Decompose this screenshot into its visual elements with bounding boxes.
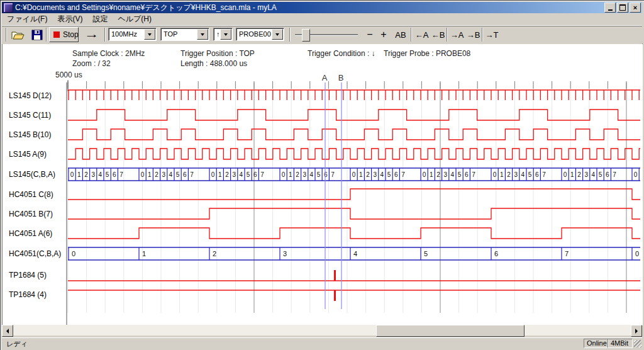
scroll-left-button[interactable] bbox=[2, 325, 13, 337]
channel-label: LS145 C(11) bbox=[9, 110, 51, 120]
menu-bar: ファイル(F) 表示(V) 設定 ヘルプ(H) bbox=[2, 13, 642, 25]
channel-label: LS145 A(9) bbox=[9, 149, 47, 159]
toolbar-separator bbox=[411, 28, 412, 42]
open-file-button[interactable] bbox=[11, 29, 26, 41]
goto-trigger-button[interactable]: →T bbox=[484, 28, 499, 41]
window-title: C:¥Documents and Settings¥noname¥デスクトップ¥… bbox=[15, 3, 604, 13]
stop-button[interactable]: Stop bbox=[49, 27, 79, 42]
close-button[interactable]: × bbox=[630, 3, 641, 13]
menu-help[interactable]: ヘルプ(H) bbox=[113, 13, 157, 26]
channel-label: TP1684 (4) bbox=[9, 290, 47, 300]
status-bar: レディ Online 4MBit bbox=[2, 337, 642, 349]
move-cursor-a-right-button[interactable]: →A bbox=[449, 28, 465, 41]
toolbar-separator bbox=[46, 28, 47, 42]
close-icon: × bbox=[633, 4, 637, 11]
zoom-in-button[interactable]: + bbox=[378, 28, 389, 41]
minimize-button[interactable] bbox=[604, 3, 616, 13]
channel-label: LS145 B(10) bbox=[9, 130, 51, 140]
save-button[interactable] bbox=[30, 29, 45, 41]
chevron-down-icon[interactable] bbox=[197, 29, 208, 40]
channel-label: HC4051(C,B,A) bbox=[9, 249, 61, 259]
chevron-down-icon[interactable] bbox=[272, 29, 283, 40]
minimize-icon bbox=[608, 9, 613, 11]
single-run-button[interactable]: → bbox=[79, 28, 105, 41]
menu-settings[interactable]: 設定 bbox=[87, 13, 113, 26]
scroll-right-button[interactable] bbox=[631, 325, 642, 337]
toolbar-separator bbox=[289, 28, 291, 42]
trigger-probe-combo[interactable]: PROBE00 bbox=[236, 28, 284, 41]
arrow-left-icon bbox=[6, 329, 9, 334]
arrow-right-icon bbox=[635, 329, 638, 334]
channel-label: TP1684 (5) bbox=[9, 270, 47, 280]
app-icon bbox=[3, 3, 13, 13]
channel-label: HC4051 A(6) bbox=[9, 229, 52, 239]
stop-icon bbox=[53, 31, 60, 38]
time-scale-label: 5000 us bbox=[55, 71, 82, 79]
chevron-down-icon[interactable] bbox=[144, 29, 155, 40]
move-cursor-b-right-button[interactable]: →B bbox=[465, 28, 481, 41]
waveform-panel[interactable] bbox=[2, 43, 643, 325]
title-bar: C:¥Documents and Settings¥noname¥デスクトップ¥… bbox=[2, 2, 642, 13]
trigger-position-value: TOP bbox=[164, 30, 197, 38]
stop-label: Stop bbox=[63, 30, 79, 39]
memory-status: 4MBit bbox=[608, 339, 633, 348]
zoom-info: Zoom : / 32 bbox=[72, 59, 111, 68]
status-message: レディ bbox=[6, 339, 28, 349]
sample-clock-info: Sample Clock : 2MHz bbox=[72, 49, 145, 58]
zoom-ab-button[interactable]: AB bbox=[393, 28, 408, 41]
move-cursor-a-left-button[interactable]: ←A bbox=[414, 28, 430, 41]
online-status: Online bbox=[584, 339, 609, 348]
zoom-slider-thumb[interactable] bbox=[302, 29, 310, 42]
menu-file[interactable]: ファイル(F) bbox=[2, 13, 52, 26]
resize-grip[interactable] bbox=[634, 340, 641, 347]
channel-label: HC4051 B(7) bbox=[9, 209, 53, 219]
chevron-down-icon[interactable] bbox=[220, 29, 231, 40]
sample-clock-combo[interactable]: 100MHz bbox=[108, 28, 157, 41]
trigger-condition-info: Trigger Condition : ↓ bbox=[308, 49, 375, 58]
sample-clock-value: 100MHz bbox=[111, 30, 145, 38]
trigger-edge-combo[interactable]: ↑ bbox=[213, 28, 233, 41]
channel-label: LS145(C,B,A) bbox=[9, 169, 55, 179]
toolbar-separator bbox=[482, 28, 483, 42]
toolbar-grip bbox=[6, 28, 7, 42]
maximize-button[interactable] bbox=[617, 3, 628, 13]
maximize-icon bbox=[619, 4, 626, 11]
trigger-position-info: Trigger Position : TOP bbox=[180, 49, 255, 58]
length-info: Length : 488.000 us bbox=[180, 59, 247, 68]
open-folder-icon bbox=[13, 35, 24, 39]
trigger-probe-info: Trigger Probe : PROBE08 bbox=[384, 49, 470, 58]
toolbar-separator bbox=[447, 28, 448, 42]
menu-view[interactable]: 表示(V) bbox=[52, 13, 87, 26]
channel-label: HC4051 C(8) bbox=[9, 189, 53, 200]
scrollbar-thumb[interactable] bbox=[376, 325, 525, 337]
zoom-out-button[interactable]: − bbox=[364, 28, 375, 41]
channel-label: LS145 D(12) bbox=[9, 91, 52, 101]
toolbar-separator bbox=[104, 28, 106, 42]
horizontal-scrollbar[interactable] bbox=[2, 325, 642, 336]
move-cursor-b-left-button[interactable]: ←B bbox=[430, 28, 446, 41]
toolbar: Stop → 100MHz TOP ↑ PROBE00 − + AB ←A ←B… bbox=[2, 25, 642, 44]
trigger-probe-value: PROBE00 bbox=[239, 30, 272, 38]
trigger-position-combo[interactable]: TOP bbox=[160, 28, 209, 41]
